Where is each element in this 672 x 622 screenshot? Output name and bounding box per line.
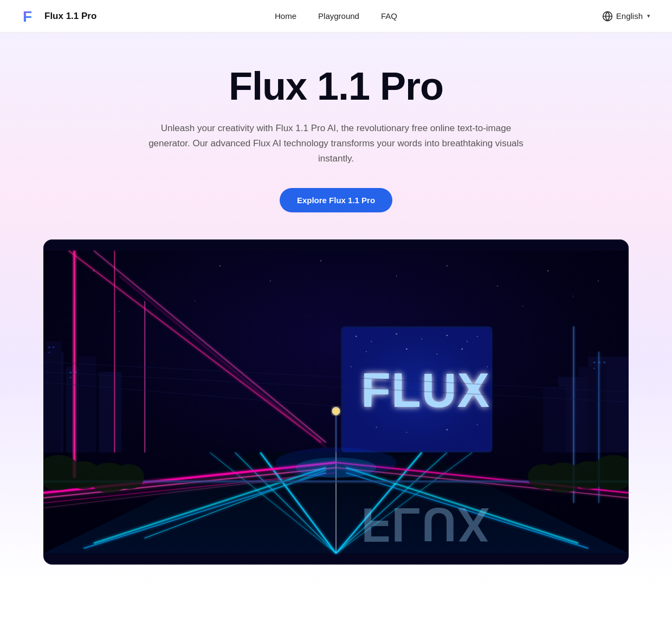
- svg-rect-32: [543, 387, 566, 452]
- svg-point-59: [376, 427, 377, 428]
- svg-rect-38: [73, 251, 76, 478]
- svg-point-47: [371, 341, 372, 342]
- svg-point-10: [447, 265, 448, 267]
- svg-point-55: [461, 348, 463, 350]
- chevron-down-icon: ▾: [647, 12, 650, 20]
- hero-section: Flux 1.1 Pro Unleash your creativity wit…: [0, 33, 672, 586]
- globe-icon: [602, 11, 613, 22]
- svg-point-50: [446, 335, 448, 336]
- language-selector[interactable]: English ▾: [602, 11, 650, 22]
- flux-logo-icon: F: [22, 8, 39, 25]
- hero-image: FLUX FLUX: [43, 239, 629, 565]
- svg-rect-25: [48, 352, 50, 353]
- svg-rect-36: [593, 368, 596, 370]
- svg-rect-19: [46, 342, 61, 453]
- svg-rect-28: [69, 377, 72, 379]
- svg-point-16: [522, 306, 523, 307]
- svg-point-7: [270, 281, 270, 281]
- svg-point-101: [528, 464, 558, 490]
- svg-point-62: [477, 424, 478, 425]
- svg-point-49: [421, 339, 422, 340]
- svg-point-15: [195, 301, 195, 302]
- svg-point-5: [144, 291, 144, 291]
- svg-rect-39: [114, 251, 115, 452]
- svg-point-68: [334, 409, 338, 413]
- language-label: English: [616, 11, 643, 21]
- svg-rect-33: [593, 362, 596, 364]
- svg-rect-22: [99, 372, 121, 452]
- svg-point-12: [547, 270, 548, 271]
- svg-point-97: [114, 464, 144, 490]
- svg-point-17: [573, 296, 573, 296]
- svg-rect-35: [603, 362, 605, 364]
- nav-playground[interactable]: Playground: [318, 11, 359, 21]
- navbar-links: Home Playground FAQ: [275, 11, 397, 21]
- svg-text:F: F: [23, 8, 32, 25]
- svg-point-46: [356, 336, 357, 338]
- svg-point-14: [119, 311, 119, 312]
- city-illustration: FLUX FLUX: [43, 239, 629, 565]
- explore-cta-button[interactable]: Explore Flux 1.1 Pro: [280, 188, 392, 212]
- svg-point-6: [219, 265, 221, 267]
- svg-point-48: [396, 333, 397, 335]
- svg-point-51: [467, 341, 468, 342]
- svg-point-56: [477, 336, 478, 337]
- svg-point-90: [296, 458, 377, 478]
- svg-text:FLUX: FLUX: [361, 364, 490, 418]
- svg-rect-21: [79, 357, 96, 453]
- svg-point-13: [598, 281, 598, 281]
- navbar: F Flux 1.1 Pro Home Playground FAQ Engli…: [0, 0, 672, 33]
- navbar-brand[interactable]: F Flux 1.1 Pro: [22, 8, 96, 25]
- svg-point-61: [446, 429, 448, 431]
- svg-text:FLUX: FLUX: [361, 498, 490, 552]
- svg-point-60: [406, 432, 407, 433]
- svg-point-54: [436, 354, 437, 355]
- hero-title: Flux 1.1 Pro: [22, 65, 650, 108]
- svg-point-11: [497, 286, 497, 286]
- svg-point-8: [320, 261, 321, 262]
- svg-rect-23: [48, 347, 50, 348]
- svg-point-9: [396, 276, 397, 276]
- svg-point-57: [351, 366, 352, 367]
- brand-name: Flux 1.1 Pro: [44, 11, 96, 22]
- svg-point-53: [406, 348, 408, 350]
- svg-point-52: [366, 351, 367, 352]
- svg-rect-24: [53, 347, 55, 348]
- nav-faq[interactable]: FAQ: [381, 11, 397, 21]
- hero-image-canvas: FLUX FLUX: [43, 239, 629, 565]
- hero-subtitle: Unleash your creativity with Flux 1.1 Pr…: [146, 121, 526, 166]
- nav-home[interactable]: Home: [275, 11, 296, 21]
